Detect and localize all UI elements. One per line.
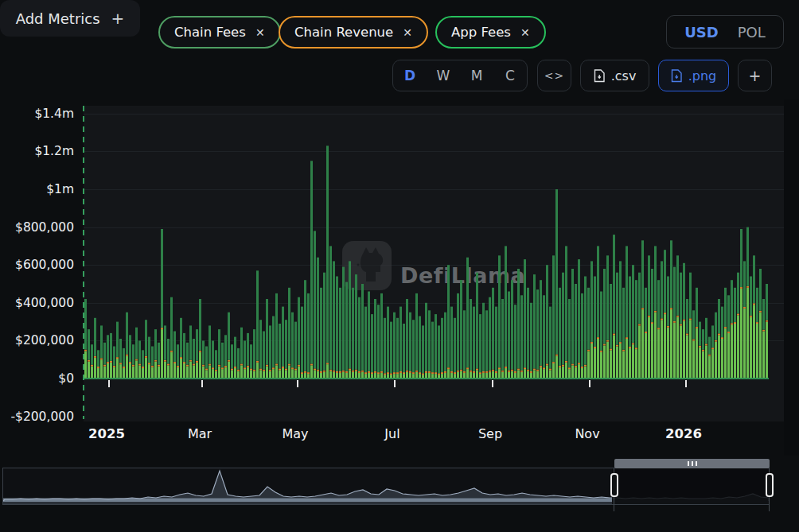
metric-pill-label: App Fees (451, 25, 511, 40)
metric-pill-label: Chain Fees (174, 25, 246, 40)
add-chart-button[interactable]: + (738, 60, 772, 91)
x-axis-label: Mar (188, 426, 212, 441)
x-axis-label: Nov (575, 426, 599, 441)
y-axis-label: $200,000 (15, 332, 74, 348)
png-label: .png (688, 68, 717, 83)
file-download-icon (594, 69, 605, 83)
y-axis-label: $400,000 (15, 295, 74, 311)
y-axis-dashed-line (83, 106, 84, 419)
stacked-bars (84, 106, 784, 419)
brush-right-handle[interactable] (766, 473, 774, 497)
interval-weekly[interactable]: W (427, 68, 460, 83)
plus-icon: + (111, 9, 125, 28)
metric-pill-label: Chain Revenue (294, 25, 393, 40)
embed-code-button[interactable]: <> (537, 60, 571, 91)
metric-pill-chain-revenue[interactable]: Chain Revenue ✕ (279, 16, 428, 49)
y-axis-label: $1m (46, 181, 74, 197)
y-axis-label: $1.4m (34, 106, 74, 122)
code-icon: <> (544, 69, 564, 82)
y-axis-label: $1.2m (34, 143, 74, 159)
close-icon[interactable]: ✕ (255, 26, 265, 39)
brush-minichart (3, 468, 769, 504)
metric-pill-app-fees[interactable]: App Fees ✕ (435, 16, 546, 49)
interval-monthly[interactable]: M (460, 68, 493, 83)
add-metrics-label: Add Metrics (16, 10, 100, 27)
metric-pill-chain-fees[interactable]: Chain Fees ✕ (158, 16, 281, 49)
close-icon[interactable]: ✕ (403, 26, 412, 39)
add-metrics-button[interactable]: Add Metrics + (0, 0, 140, 37)
x-axis-label: Jul (384, 426, 400, 441)
currency-option-pol[interactable]: POL (738, 24, 766, 41)
zero-axis-line (84, 378, 769, 379)
plus-icon: + (749, 67, 762, 84)
download-png-button[interactable]: .png (658, 60, 729, 91)
brush-selection-bar[interactable] (614, 459, 770, 468)
x-axis-label: 2025 (88, 426, 125, 441)
csv-label: .csv (611, 68, 637, 83)
y-axis-label: $0 (58, 371, 74, 386)
timeline-brush-track[interactable] (2, 468, 770, 505)
x-axis-label: Sep (478, 426, 502, 441)
y-axis-label: $800,000 (15, 219, 74, 235)
chart-right-margin (784, 99, 799, 456)
defillama-chart-app: Add Metrics + Chain Fees ✕ Chain Revenue… (0, 0, 799, 532)
brush-left-handle[interactable] (610, 473, 618, 497)
currency-option-usd[interactable]: USD (684, 24, 719, 41)
interval-daily[interactable]: D (393, 68, 427, 83)
currency-toggle: USD POL (666, 15, 784, 49)
close-icon[interactable]: ✕ (520, 26, 530, 39)
file-download-icon (671, 69, 682, 83)
chart-plot-area[interactable]: DefiLlama (84, 106, 784, 421)
download-csv-button[interactable]: .csv (580, 60, 649, 91)
x-axis-label: May (282, 426, 308, 441)
y-axis-label: -$200,000 (10, 409, 74, 425)
y-axis-label: $600,000 (15, 257, 74, 273)
interval-cumulative[interactable]: C (493, 68, 527, 83)
x-axis-label: 2026 (665, 426, 702, 441)
interval-selector: D W M C (392, 60, 528, 91)
